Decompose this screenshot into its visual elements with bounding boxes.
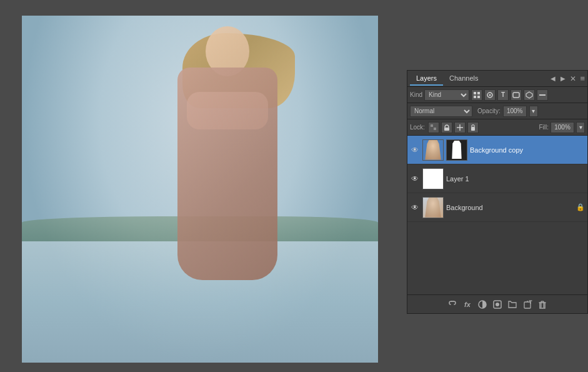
opacity-label: Opacity: [477,108,501,114]
svg-rect-2 [474,96,476,98]
fill-arrow-icon[interactable]: ▾ [576,122,585,133]
panel-header: Layers Channels ◀ ▶ ✕ ≡ [407,71,587,87]
filter-extra-icon[interactable] [537,89,548,101]
blend-mode-select[interactable]: Normal [410,106,472,117]
svg-point-20 [496,303,499,306]
eye-icon-bg: 👁 [411,203,419,212]
layers-list: 👁 Background copy 👁 Layer 1 👁 [407,136,587,294]
layer-visibility-layer1[interactable]: 👁 [410,174,420,184]
svg-rect-0 [474,92,476,94]
lock-all-icon[interactable] [467,122,479,133]
svg-point-5 [489,94,491,96]
layer-thumb-bg-copy-mask [446,139,467,161]
layer-name-layer1: Layer 1 [446,175,585,183]
layer-visibility-bg-copy[interactable]: 👁 [410,145,420,155]
kind-label: Kind [410,91,422,98]
panel-footer: fx [407,294,587,313]
panel-menu-button[interactable]: ≡ [580,74,585,83]
opacity-arrow-icon[interactable]: ▾ [529,106,538,117]
fx-button[interactable]: fx [461,298,474,311]
svg-rect-12 [434,128,436,130]
opacity-value[interactable]: 100% [503,106,527,117]
layers-panel: Layers Channels ◀ ▶ ✕ ≡ Kind Kind T [407,70,588,314]
scroll-right-arrow[interactable]: ▶ [559,74,567,83]
panel-close-btn[interactable]: ✕ [569,74,577,83]
tab-layers[interactable]: Layers [410,72,443,86]
blend-toolbar: Normal Opacity: 100% ▾ [407,103,587,119]
fill-value[interactable]: 100% [551,122,574,133]
svg-rect-6 [513,93,519,98]
svg-rect-8 [539,94,546,96]
svg-marker-7 [526,92,532,98]
scroll-left-arrow[interactable]: ◀ [549,74,557,83]
lock-transparent-icon[interactable] [428,122,439,133]
canvas-wrapper [22,16,378,363]
new-group-button[interactable] [506,298,519,311]
eye-icon-layer1: 👁 [411,174,419,183]
fill-label: Fill: [539,124,549,131]
person-figure [159,16,296,363]
tab-channels[interactable]: Channels [443,72,484,86]
layer-thumb-layer1 [422,168,444,189]
scarf [187,92,268,129]
filter-adjustment-icon[interactable] [484,89,496,101]
layer-name-bg-copy: Background copy [470,146,585,154]
photo-background [22,16,378,363]
svg-rect-11 [431,128,433,130]
layer-thumb-background [422,197,444,218]
lock-label: Lock: [410,124,425,131]
link-layers-button[interactable] [446,298,459,311]
svg-rect-16 [471,127,475,131]
lock-icon-background: 🔒 [576,203,585,211]
layer-item-layer1[interactable]: 👁 Layer 1 [407,164,587,193]
layer-thumb-bg-copy-photo [422,139,444,161]
layer-item-background-copy[interactable]: 👁 Background copy [407,136,587,164]
kind-toolbar: Kind Kind T [407,87,587,103]
filter-shape-icon[interactable] [511,89,522,101]
new-layer-button[interactable] [521,298,534,311]
filter-type-icon[interactable]: T [497,89,509,101]
lock-pixels-icon[interactable] [441,122,452,133]
delete-layer-button[interactable] [536,298,549,311]
svg-rect-3 [477,96,480,98]
canvas-area [0,0,400,372]
lock-toolbar: Lock: Fill: 100% ▾ [407,119,587,136]
layer-name-background: Background [446,204,574,211]
svg-rect-1 [477,92,480,94]
layer-item-background[interactable]: 👁 Background 🔒 [407,193,587,222]
eye-icon-bg-copy: 👁 [411,146,419,154]
layer-visibility-bg[interactable]: 👁 [410,203,420,213]
svg-rect-13 [444,128,449,131]
new-fill-adjustment-button[interactable] [476,298,489,311]
svg-rect-21 [524,302,531,308]
kind-select[interactable]: Kind [424,89,469,101]
svg-rect-9 [431,124,433,127]
lock-position-icon[interactable] [454,122,466,133]
svg-rect-10 [434,124,436,127]
add-mask-button[interactable] [491,298,504,311]
filter-smart-icon[interactable] [524,89,535,101]
filter-pixel-icon[interactable] [471,89,482,101]
